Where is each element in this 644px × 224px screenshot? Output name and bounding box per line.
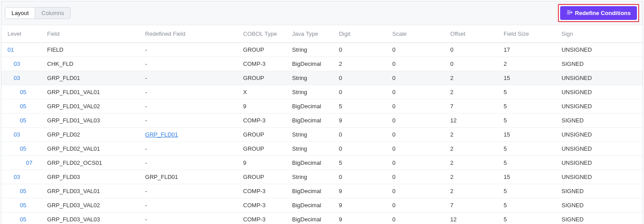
cell-size: 5	[500, 99, 558, 114]
cell-field: FIELD	[44, 43, 142, 57]
table-row[interactable]: 03GRP_FLD01-GROUPString00215UNSIGNED	[1, 71, 643, 85]
col-offset[interactable]: Offset	[447, 25, 500, 43]
cell-size: 5	[500, 156, 558, 170]
scale-value: 0	[392, 75, 395, 81]
cell-java: BigDecimal	[289, 184, 335, 198]
table-row[interactable]: 05GRP_FLD03_VAL03-COMP-3BigDecimal90125S…	[1, 213, 643, 224]
cell-sign: SIGNED	[558, 57, 643, 71]
table-row[interactable]: 05GRP_FLD01_VAL03-COMP-3BigDecimal90125S…	[1, 114, 643, 128]
col-java[interactable]: Java Type	[289, 25, 335, 43]
java-value: BigDecimal	[292, 117, 321, 124]
scale-value: 0	[392, 117, 395, 124]
cell-digit: 9	[335, 198, 389, 213]
cell-digit: 2	[335, 57, 389, 71]
cell-digit: 0	[335, 43, 389, 57]
field-value: GRP_FLD02_VAL01	[47, 145, 100, 152]
col-digit[interactable]: Digit	[335, 25, 389, 43]
cell-sign: UNSIGNED	[558, 71, 643, 85]
table-row[interactable]: 05GRP_FLD01_VAL01-XString0025UNSIGNED	[1, 85, 643, 99]
table-row[interactable]: 05GRP_FLD03_VAL02-COMP-3BigDecimal9075SI…	[1, 198, 643, 213]
cell-sign: UNSIGNED	[558, 85, 643, 99]
digit-value: 9	[339, 188, 342, 194]
scale-value: 0	[392, 46, 395, 53]
cell-offset: 2	[447, 71, 500, 85]
cobol-value: COMP-3	[243, 188, 266, 194]
cell-level: 03	[1, 170, 44, 184]
redefined-value: -	[145, 61, 147, 67]
cell-digit: 0	[335, 128, 389, 142]
size-value: 5	[504, 89, 507, 95]
redefine-button-highlight: Redefine Conditions	[558, 4, 639, 22]
cell-offset: 0	[447, 57, 500, 71]
tab-columns[interactable]: Columns	[35, 8, 70, 19]
cell-size: 5	[500, 85, 558, 99]
cell-digit: 0	[335, 85, 389, 99]
cell-digit: 0	[335, 170, 389, 184]
table-row[interactable]: 05GRP_FLD03_VAL01-COMP-3BigDecimal9025SI…	[1, 184, 643, 198]
cell-digit: 9	[335, 213, 389, 224]
digit-value: 0	[339, 89, 342, 95]
redefined-value: -	[145, 103, 147, 110]
cell-size: 5	[500, 184, 558, 198]
redefined-link[interactable]: GRP_FLD01	[145, 131, 178, 138]
size-value: 15	[504, 174, 510, 180]
cell-level: 05	[1, 184, 44, 198]
col-field[interactable]: Field	[44, 25, 142, 43]
offset-value: 2	[450, 159, 453, 166]
cell-java: String	[289, 128, 335, 142]
cobol-value: 9	[243, 103, 246, 110]
col-scale[interactable]: Scale	[389, 25, 447, 43]
table-row[interactable]: 03GRP_FLD02GRP_FLD01GROUPString00215UNSI…	[1, 128, 643, 142]
cell-field: GRP_FLD02	[44, 128, 142, 142]
col-sign[interactable]: Sign	[558, 25, 643, 43]
size-value: 5	[504, 216, 507, 223]
cell-offset: 2	[447, 142, 500, 156]
java-value: BigDecimal	[292, 202, 321, 209]
cell-java: BigDecimal	[289, 156, 335, 170]
tab-layout[interactable]: Layout	[5, 8, 35, 19]
col-size[interactable]: Field Size	[500, 25, 558, 43]
field-value: GRP_FLD01	[47, 75, 80, 81]
redefined-value: -	[145, 46, 147, 53]
sign-value: UNSIGNED	[561, 89, 592, 95]
cell-redefined: -	[142, 43, 240, 57]
table-row[interactable]: 03GRP_FLD03GRP_FLD01GROUPString00215UNSI…	[1, 170, 643, 184]
tab-group: Layout Columns	[5, 7, 71, 19]
sign-value: UNSIGNED	[561, 46, 592, 53]
cell-sign: SIGNED	[558, 184, 643, 198]
redefined-value: -	[145, 75, 147, 81]
cell-offset: 2	[447, 156, 500, 170]
level-value: 05	[20, 216, 26, 223]
cell-scale: 0	[389, 99, 447, 114]
col-level[interactable]: Level	[1, 25, 44, 43]
table-row[interactable]: 05GRP_FLD02_VAL01-GROUPString0025UNSIGNE…	[1, 142, 643, 156]
table-row[interactable]: 05GRP_FLD01_VAL02-9BigDecimal5075UNSIGNE…	[1, 99, 643, 114]
cell-field: GRP_FLD02_VAL01	[44, 142, 142, 156]
cell-level: 05	[1, 142, 44, 156]
scale-value: 0	[392, 174, 395, 180]
digit-value: 2	[339, 61, 342, 67]
cell-redefined: -	[142, 114, 240, 128]
cell-size: 5	[500, 114, 558, 128]
sign-value: UNSIGNED	[561, 145, 592, 152]
cell-level: 05	[1, 85, 44, 99]
cobol-value: COMP-3	[243, 61, 266, 67]
col-cobol[interactable]: COBOL Type	[240, 25, 289, 43]
redefine-conditions-button[interactable]: Redefine Conditions	[560, 6, 637, 20]
table-row[interactable]: 01FIELD-GROUPString00017UNSIGNED	[1, 43, 643, 57]
offset-value: 2	[450, 89, 453, 95]
digit-value: 9	[339, 202, 342, 209]
cell-digit: 5	[335, 156, 389, 170]
offset-value: 12	[450, 117, 456, 124]
col-redefined[interactable]: Redefined Field	[142, 25, 240, 43]
cell-cobol: COMP-3	[240, 198, 289, 213]
size-value: 5	[504, 159, 507, 166]
redefined-value: -	[145, 216, 147, 223]
cell-java: BigDecimal	[289, 198, 335, 213]
table-row[interactable]: 03CHK_FLD-COMP-3BigDecimal2002SIGNED	[1, 57, 643, 71]
cell-scale: 0	[389, 43, 447, 57]
offset-value: 2	[450, 188, 453, 194]
cell-size: 5	[500, 142, 558, 156]
size-value: 2	[504, 61, 507, 67]
table-row[interactable]: 07GRP_FLD02_OCS01-9BigDecimal5025UNSIGNE…	[1, 156, 643, 170]
